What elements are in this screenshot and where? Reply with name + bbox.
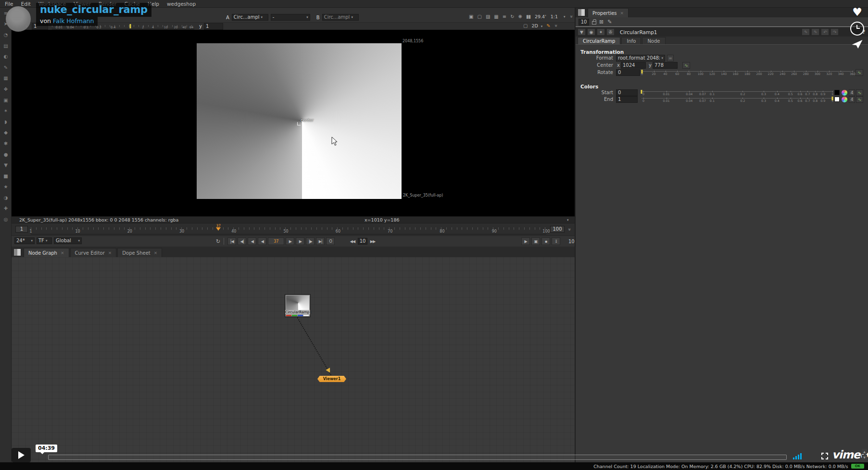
other-icon[interactable]: ✚ (0, 203, 12, 214)
playhead[interactable]: 37 (216, 224, 221, 231)
lock-range-button[interactable]: ▪ (541, 237, 550, 245)
pause-icon[interactable]: ▮▮ (526, 14, 530, 19)
render-icon[interactable]: ★ (0, 182, 12, 193)
range-scope-select[interactable]: Global▾ (54, 237, 82, 244)
collapse-row-icon[interactable]: » (553, 24, 558, 27)
redo-button[interactable]: ↷ (830, 28, 839, 36)
scroll-down-icon[interactable]: ▼ (862, 455, 867, 460)
filter-icon[interactable]: ✶ (0, 105, 12, 116)
loop-mode-button[interactable]: ↻ (216, 238, 220, 245)
rows-icon[interactable]: ▤ (0, 40, 12, 51)
scroll-up-icon[interactable]: ▲ (862, 449, 867, 454)
node-connection[interactable] (297, 317, 331, 375)
edit-expression-button[interactable]: ✎ (802, 28, 810, 36)
play-backward-button[interactable]: ◀ (258, 237, 266, 245)
stereo-icon[interactable]: ◆ (0, 127, 12, 138)
particles-icon[interactable]: ✱ (0, 138, 12, 149)
wedgeshop-tool-icon[interactable]: ◎ (0, 214, 12, 225)
gamma-input[interactable]: 1 (204, 23, 223, 30)
float-button[interactable]: ✦ (597, 28, 605, 36)
update-icon[interactable]: ❋ (518, 14, 522, 19)
views-icon[interactable]: ▼ (0, 160, 12, 171)
keyer-icon[interactable]: ◗ (0, 116, 12, 127)
step-forward-button[interactable]: ▶ (296, 237, 304, 245)
export-button[interactable]: ↧ (552, 237, 560, 245)
color-wheel-icon[interactable] (842, 97, 847, 102)
progress-bar[interactable] (48, 455, 787, 460)
play-button[interactable] (12, 448, 31, 462)
close-tab-icon[interactable]: × (620, 11, 624, 15)
animation-curve-button[interactable]: ∿ (856, 89, 863, 96)
circular-ramp-node[interactable]: CircularRamp1 (285, 294, 311, 317)
author-link[interactable]: Falk Hofmann (53, 17, 94, 25)
view-mode-select[interactable]: 2D ▾ (531, 23, 542, 28)
center-y-field[interactable]: 778 (653, 62, 678, 69)
play-forward-button[interactable]: ▶ (286, 237, 294, 245)
animation-curve-button[interactable]: ∿ (682, 62, 690, 69)
zoom-caret[interactable]: ▾ (564, 15, 566, 19)
channels-count-button[interactable]: 4 (849, 96, 855, 103)
channel-icon[interactable]: ▦ (0, 73, 12, 84)
roi-icon[interactable]: ▨ (486, 14, 490, 19)
properties-tab[interactable]: Properties × (588, 8, 629, 17)
format-equals-button[interactable]: = (667, 55, 674, 62)
close-tab-icon[interactable]: × (154, 250, 158, 255)
range-start-field[interactable]: 1 (15, 226, 28, 233)
collapse-ruler-icon[interactable]: » (567, 228, 572, 231)
video-title[interactable]: nuke_circular_ramp (36, 3, 151, 17)
pixel-aspect[interactable]: 1:1 (551, 14, 558, 19)
panel-menu-icon[interactable] (578, 9, 585, 16)
clear-panels-icon[interactable]: ⊠ (599, 19, 604, 25)
node-name-field[interactable]: CircularRamp1 (620, 29, 800, 35)
node-panel-tab[interactable]: Info (621, 37, 641, 44)
skip-forward-button[interactable]: ▶▶ (368, 237, 377, 245)
format-select[interactable]: root.format 2048x1556 ▾ (616, 55, 665, 62)
quality-bars-icon[interactable] (793, 453, 802, 459)
animation-curve-button[interactable]: ∿ (855, 69, 863, 76)
share-paper-plane-icon[interactable] (852, 40, 863, 49)
animation-curve-button[interactable]: ∿ (856, 96, 863, 103)
max-panels-field[interactable]: 10 (579, 19, 589, 25)
menu-item[interactable]: Edit (21, 1, 31, 7)
workspace-tab[interactable]: Dope Sheet× (117, 248, 162, 257)
fps-select[interactable]: 24*▾ (14, 237, 35, 244)
close-tab-icon[interactable]: × (61, 250, 64, 255)
workspace-tab[interactable]: Node Graph× (24, 248, 69, 257)
goto-end-button[interactable]: ▶| (316, 237, 325, 245)
roi-rect-icon[interactable]: ▢ (523, 23, 528, 28)
step-back-button[interactable]: ◀ (248, 237, 256, 245)
tf-select[interactable]: TF▾ (37, 237, 52, 244)
goto-start-button[interactable]: |◀ (227, 237, 236, 245)
menu-item[interactable]: wedgeshop (167, 1, 196, 7)
current-frame-field[interactable]: 37 (268, 237, 284, 245)
range-end-field[interactable]: 100 (550, 226, 565, 233)
a-buffer-select[interactable]: Circ...ampl▾ (232, 14, 268, 21)
start-slider[interactable]: 00.010.040.070.10.20.30.40.50.60.70.80.9… (642, 90, 832, 96)
color-wheel-icon[interactable] (842, 90, 847, 96)
center-handle[interactable] (297, 122, 301, 125)
watch-later-clock-icon[interactable] (850, 22, 864, 36)
scroll-arrows[interactable]: ▲ ▼ (862, 449, 867, 460)
viewer-canvas[interactable]: 2048,1556 2K_Super_35(full-ap) center (12, 30, 575, 216)
lock-panels-icon[interactable] (592, 21, 596, 25)
channels-count-button[interactable]: 4 (849, 89, 855, 96)
panel-menu-icon[interactable] (14, 249, 21, 256)
clip-warning-icon[interactable]: ▦ (494, 14, 498, 19)
deep-icon[interactable]: ● (0, 149, 12, 160)
collapse-toolbar-icon[interactable]: » (568, 15, 574, 18)
merge-icon[interactable]: ▣ (0, 95, 12, 106)
rotate-slider[interactable]: 0204060801001201401601802002202402602803… (642, 70, 853, 76)
collapse-button[interactable]: ▼ (578, 28, 586, 36)
frame-increment-field[interactable]: 10 (358, 238, 367, 245)
menu-item[interactable]: File (5, 1, 13, 7)
start-color-swatch[interactable] (834, 90, 840, 95)
viewer-node[interactable]: Viewer1 (317, 376, 346, 382)
draw-icon[interactable]: ✎ (0, 62, 12, 73)
refresh-icon[interactable]: ↻ (510, 14, 514, 19)
flipbook-button[interactable]: ▶ (521, 237, 530, 245)
undo-button[interactable]: ↶ (821, 28, 829, 36)
display-window-icon[interactable]: ▣ (469, 14, 473, 19)
info-caret[interactable]: ▾ (567, 218, 569, 222)
pin-edit-icon[interactable]: ✎ (607, 19, 612, 25)
node-graph-canvas[interactable]: CircularRamp1 Viewer1 (12, 257, 575, 462)
